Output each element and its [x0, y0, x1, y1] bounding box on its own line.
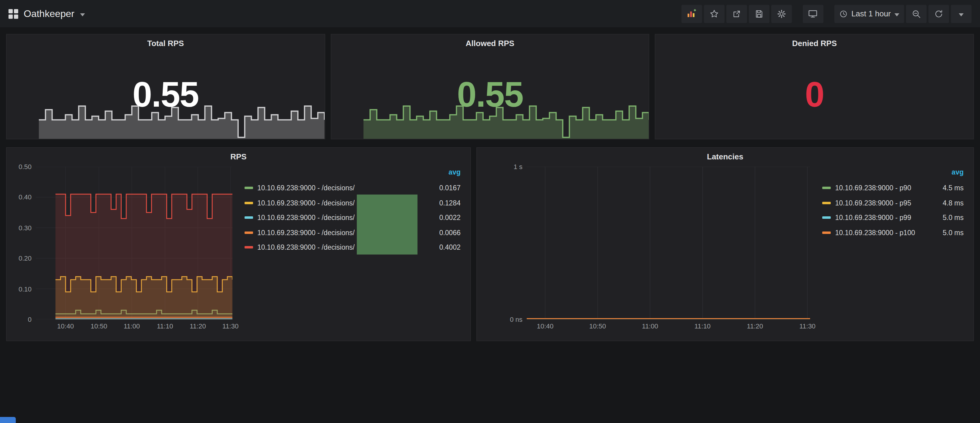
bottom-left-artifact — [0, 417, 16, 423]
panel-title[interactable]: RPS — [7, 148, 470, 162]
refresh-icon — [934, 9, 943, 19]
add-panel-button[interactable] — [681, 5, 702, 23]
time-range-caret-icon — [894, 13, 899, 16]
dashboard-body: Total RPS 0.55 Allowed RPS 0.55 Denied R… — [0, 27, 980, 341]
panel-title[interactable]: Total RPS — [7, 35, 325, 49]
series-avg-value: 0.0022 — [412, 214, 464, 222]
x-axis-tick-label: 11:10 — [157, 322, 173, 330]
x-axis-tick-label: 11:20 — [189, 322, 206, 330]
latencies-legend: avg10.10.69.238:9000 - p904.5 ms10.10.69… — [822, 167, 967, 333]
y-axis-tick-label: 0.30 — [19, 224, 32, 231]
y-axis-tick-label: 0.10 — [19, 285, 32, 292]
x-axis-tick-label: 10:40 — [537, 322, 554, 330]
y-axis-tick-label: 1 s — [514, 163, 522, 170]
time-range-label: Last 1 hour — [851, 9, 891, 18]
refresh-dashboard-button[interactable] — [928, 5, 949, 23]
series-avg-value: 4.5 ms — [915, 185, 967, 192]
series-color-swatch[interactable] — [245, 202, 253, 204]
y-axis-tick-label: 0.40 — [19, 193, 32, 201]
legend-item[interactable]: 10.10.69.238:9000 - p1005.0 ms — [822, 225, 967, 240]
zoom-out-time-button[interactable] — [906, 5, 927, 23]
clock-icon — [839, 10, 848, 18]
series-avg-value: 0.4002 — [412, 244, 464, 251]
rps-x-axis: 10:4010:5011:0011:1011:2011:30 — [36, 319, 232, 333]
share-icon — [732, 9, 741, 19]
share-dashboard-button[interactable] — [726, 5, 747, 23]
panel-title[interactable]: Latencies — [477, 148, 973, 162]
save-dashboard-button[interactable] — [749, 5, 770, 23]
panel-allowed-rps: Allowed RPS 0.55 — [331, 34, 649, 139]
legend-item[interactable]: 10.10.69.238:9000 - p995.0 ms — [822, 210, 967, 225]
rps-chart[interactable] — [36, 167, 232, 319]
x-axis-tick-label: 11:10 — [695, 322, 711, 330]
latencies-chart[interactable] — [527, 167, 810, 319]
time-range-picker[interactable]: Last 1 hour — [834, 5, 904, 23]
series-color-swatch[interactable] — [245, 217, 253, 219]
series-color-swatch[interactable] — [822, 202, 831, 204]
series-label[interactable]: 10.10.69.238:9000 - p95 — [835, 200, 915, 207]
series-label[interactable]: 10.10.69.238:9000 - p100 — [835, 229, 915, 236]
legend-item[interactable]: 10.10.69.238:9000 - /decisions/0.0167 — [245, 181, 464, 195]
legend-item[interactable]: 10.10.69.238:9000 - /decisions/0.0022 — [245, 210, 464, 225]
series-color-swatch[interactable] — [245, 246, 253, 249]
series-color-swatch[interactable] — [245, 187, 253, 189]
save-icon — [754, 9, 764, 19]
refresh-caret-icon — [959, 13, 964, 16]
star-icon — [710, 9, 719, 19]
rps-y-axis: 0.500.400.300.200.100 — [13, 167, 36, 319]
panel-denied-rps: Denied RPS 0 — [655, 34, 974, 139]
add-panel-icon — [687, 8, 697, 19]
dashboard-title[interactable]: Oathkeeper — [24, 8, 74, 19]
latencies-y-axis: 1 s0 ns — [483, 167, 527, 319]
gear-icon — [777, 9, 786, 19]
panel-title[interactable]: Denied RPS — [655, 35, 973, 49]
dashboard-settings-button[interactable] — [771, 5, 792, 23]
legend-avg-header[interactable]: avg — [245, 168, 464, 181]
zoom-out-icon — [912, 9, 921, 19]
series-color-swatch[interactable] — [822, 217, 831, 219]
x-axis-tick-label: 11:30 — [223, 322, 239, 330]
series-label[interactable]: 10.10.69.238:9000 - /decisions/ — [257, 185, 412, 192]
latencies-x-axis: 10:4010:5011:0011:1011:2011:30 — [527, 319, 810, 333]
y-axis-tick-label: 0 ns — [510, 316, 522, 323]
x-axis-tick-label: 11:00 — [642, 322, 658, 330]
rps-legend: avg10.10.69.238:9000 - /decisions/0.0167… — [245, 167, 464, 333]
panel-latencies: Latencies 1 s0 ns 10:4010:5011:0011:1011… — [476, 147, 974, 341]
series-avg-value: 0.0066 — [412, 229, 464, 236]
grafana-dashboard: Oathkeeper — [0, 0, 980, 423]
allowed-rps-value: 0.55 — [457, 74, 523, 114]
dashboard-title-caret-icon[interactable] — [80, 13, 85, 16]
cycle-view-mode-button[interactable] — [803, 5, 823, 23]
series-color-swatch[interactable] — [245, 231, 253, 234]
x-axis-tick-label: 11:20 — [747, 322, 763, 330]
series-avg-value: 0.1284 — [412, 200, 464, 207]
x-axis-tick-label: 10:50 — [91, 322, 107, 330]
legend-item[interactable]: 10.10.69.238:9000 - p904.5 ms — [822, 181, 967, 195]
series-color-swatch[interactable] — [822, 231, 831, 234]
legend-item[interactable]: 10.10.69.238:9000 - /decisions/0.0066 — [245, 225, 464, 240]
legend-item[interactable]: 10.10.69.238:9000 - p954.8 ms — [822, 195, 967, 210]
series-color-swatch[interactable] — [822, 187, 831, 189]
legend-item[interactable]: 10.10.69.238:9000 - /decisions/0.4002 — [245, 240, 464, 255]
panel-total-rps: Total RPS 0.55 — [6, 34, 325, 139]
y-axis-tick-label: 0 — [28, 316, 32, 323]
legend-avg-header[interactable]: avg — [822, 168, 967, 181]
series-label[interactable]: 10.10.69.238:9000 - p99 — [835, 214, 915, 222]
denied-rps-value: 0 — [805, 74, 824, 114]
star-dashboard-button[interactable] — [704, 5, 724, 23]
x-axis-tick-label: 10:50 — [589, 322, 606, 330]
series-avg-value: 4.8 ms — [915, 200, 967, 207]
legend-item[interactable]: 10.10.69.238:9000 - /decisions/0.1284 — [245, 195, 464, 210]
total-rps-value: 0.55 — [133, 74, 199, 114]
panel-title[interactable]: Allowed RPS — [331, 35, 649, 49]
top-nav: Oathkeeper — [0, 0, 980, 27]
series-avg-value: 0.0167 — [412, 185, 464, 192]
series-label[interactable]: 10.10.69.238:9000 - p90 — [835, 185, 915, 192]
x-axis-tick-label: 10:40 — [57, 322, 74, 330]
legend-overlay-box — [357, 195, 417, 255]
refresh-interval-dropdown[interactable] — [951, 5, 972, 23]
y-axis-tick-label: 0.50 — [19, 163, 32, 170]
apps-grid-icon[interactable] — [8, 9, 18, 19]
monitor-icon — [808, 8, 818, 19]
series-avg-value: 5.0 ms — [915, 229, 967, 236]
